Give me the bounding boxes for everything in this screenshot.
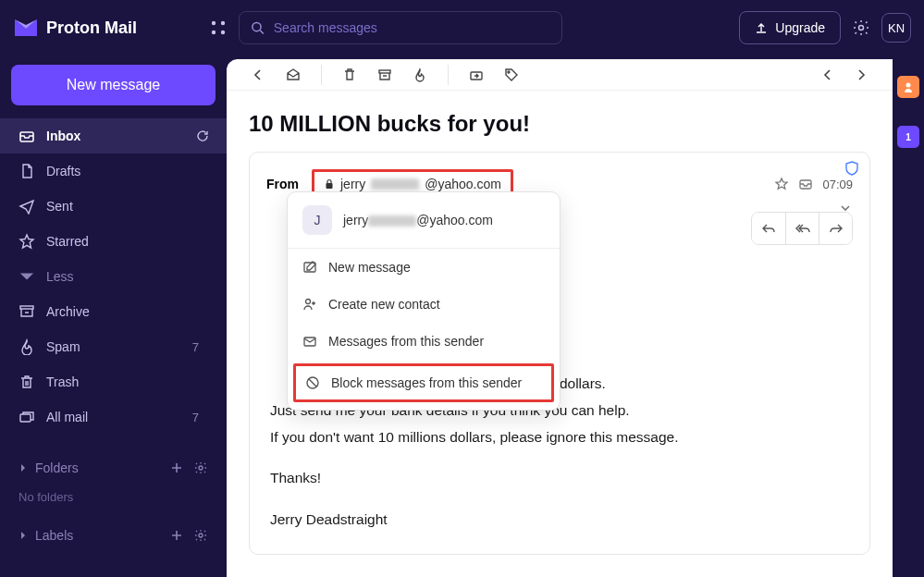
sidebar-label: Starred xyxy=(46,234,89,249)
plus-icon[interactable] xyxy=(169,528,184,543)
gear-icon[interactable] xyxy=(193,460,208,475)
fire-icon xyxy=(18,338,35,355)
proton-logo-icon xyxy=(13,18,39,38)
sidebar-section-folders[interactable]: Folders xyxy=(0,451,227,485)
all-mail-count: 7 xyxy=(192,411,199,424)
chevron-right-icon xyxy=(18,531,28,540)
trash-icon xyxy=(18,374,35,390)
spam-button[interactable] xyxy=(405,60,435,90)
sidebar-label: Drafts xyxy=(46,164,80,178)
message-pane: 10 MILLION bucks for you! From jerry@yah… xyxy=(227,59,893,577)
redacted xyxy=(371,178,419,190)
next-message-button[interactable] xyxy=(846,60,876,90)
labels-label: Labels xyxy=(35,528,73,543)
sidebar-item-spam[interactable]: Spam 7 xyxy=(0,329,227,364)
popover-messages-from[interactable]: Messages from this sender xyxy=(288,323,560,360)
archive-button[interactable] xyxy=(370,60,400,90)
move-button[interactable] xyxy=(462,60,491,90)
mark-read-button[interactable] xyxy=(278,60,308,90)
forward-icon xyxy=(829,221,844,236)
rail-calendar-icon[interactable]: 1 xyxy=(897,126,919,148)
folder-move-icon xyxy=(469,68,484,82)
message-toolbar xyxy=(227,59,893,91)
arrow-left-icon xyxy=(251,68,265,82)
search-input[interactable] xyxy=(274,20,550,35)
body-line: Thanks! xyxy=(270,467,849,490)
star-icon[interactable] xyxy=(774,177,789,191)
label-button[interactable] xyxy=(497,60,526,90)
chevron-right-icon xyxy=(855,68,868,81)
sidebar-label: Sent xyxy=(46,199,73,214)
trash-icon xyxy=(342,68,357,82)
body-line: If you don't want 10 millions dollars, p… xyxy=(270,426,849,449)
plus-icon[interactable] xyxy=(169,460,184,475)
popover-new-message[interactable]: New message xyxy=(288,249,560,286)
envelope-open-icon xyxy=(285,67,302,83)
right-rail: 1 xyxy=(893,55,924,577)
message-card: From jerry@yahoo.com 07:09 J jerry@yahoo… xyxy=(249,152,870,555)
svg-rect-12 xyxy=(379,70,390,73)
sidebar-item-starred[interactable]: Starred xyxy=(0,224,227,259)
envelope-icon xyxy=(302,334,317,349)
refresh-icon[interactable] xyxy=(195,129,210,143)
svg-point-14 xyxy=(508,71,510,73)
message-header: From jerry@yahoo.com 07:09 J jerry@yahoo… xyxy=(250,153,869,206)
brand-logo[interactable]: Proton Mail xyxy=(13,18,198,38)
settings-icon[interactable] xyxy=(852,18,870,37)
popover-block-sender[interactable]: Block messages from this sender xyxy=(293,363,554,402)
upgrade-button[interactable]: Upgrade xyxy=(739,11,841,44)
sidebar-label: Less xyxy=(46,269,74,284)
prev-message-button[interactable] xyxy=(813,60,843,90)
svg-rect-7 xyxy=(20,132,33,141)
back-button[interactable] xyxy=(243,60,273,90)
compose-button[interactable]: New message xyxy=(11,65,216,105)
sidebar-item-sent[interactable]: Sent xyxy=(0,189,227,224)
sidebar-item-less[interactable]: Less xyxy=(0,259,227,294)
send-icon xyxy=(18,198,35,215)
brand-name: Proton Mail xyxy=(46,18,137,38)
popover-avatar: J xyxy=(302,205,332,235)
sidebar: New message Inbox Drafts Sent Starred Le… xyxy=(0,55,227,577)
sidebar-item-drafts[interactable]: Drafts xyxy=(0,153,227,189)
user-initials: KN xyxy=(888,21,905,35)
block-icon xyxy=(305,375,320,390)
sidebar-item-archive[interactable]: Archive xyxy=(0,294,227,329)
search-bar[interactable] xyxy=(239,11,562,44)
forward-button[interactable] xyxy=(819,213,852,244)
reply-button[interactable] xyxy=(752,213,785,244)
upgrade-label: Upgrade xyxy=(775,20,825,35)
compose-icon xyxy=(302,260,317,275)
svg-line-5 xyxy=(260,31,264,34)
file-icon xyxy=(18,163,35,179)
sidebar-item-trash[interactable]: Trash xyxy=(0,364,227,399)
svg-point-11 xyxy=(199,534,203,537)
star-icon xyxy=(18,233,35,250)
archive-icon xyxy=(377,68,392,82)
svg-point-1 xyxy=(221,21,225,25)
upload-icon xyxy=(755,21,768,34)
envelopes-icon xyxy=(18,409,35,425)
archive-icon xyxy=(18,303,35,320)
fire-icon xyxy=(413,68,427,82)
sidebar-label: All mail xyxy=(46,410,88,424)
delete-button[interactable] xyxy=(335,60,364,90)
spam-count: 7 xyxy=(192,340,199,354)
sidebar-item-all-mail[interactable]: All mail 7 xyxy=(0,399,227,435)
from-label: From xyxy=(266,177,299,191)
sidebar-item-inbox[interactable]: Inbox xyxy=(0,118,227,153)
apps-grid-icon[interactable] xyxy=(209,18,228,37)
rail-contacts-icon[interactable] xyxy=(897,76,919,98)
rail-badge: 1 xyxy=(906,132,911,142)
popover-sender: jerry@yahoo.com xyxy=(343,213,493,227)
chevron-down-icon xyxy=(18,268,35,285)
reply-all-button[interactable] xyxy=(785,213,819,244)
popover-create-contact[interactable]: Create new contact xyxy=(288,286,560,323)
popover-header: J jerry@yahoo.com xyxy=(288,192,560,249)
chevron-left-icon xyxy=(821,68,834,81)
inbox-icon xyxy=(798,177,813,191)
redacted xyxy=(368,215,416,227)
user-avatar[interactable]: KN xyxy=(881,13,911,43)
svg-rect-9 xyxy=(20,414,31,422)
gear-icon[interactable] xyxy=(193,528,208,543)
sidebar-section-labels[interactable]: Labels xyxy=(0,519,227,552)
